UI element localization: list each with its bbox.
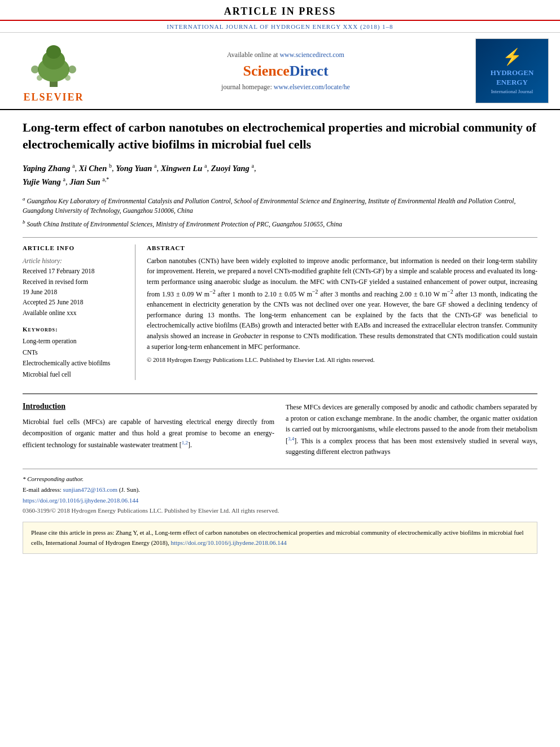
journal-homepage-text: journal homepage: www.elsevier.com/locat… [221, 83, 350, 91]
doi-line: https://doi.org/10.1016/j.ijhydene.2018.… [23, 495, 537, 506]
email-line: E-mail address: sunjian472@163.com (J. S… [23, 484, 537, 495]
author-yujie: Yujie Wang [23, 177, 61, 186]
abstract-heading: ABSTRACT [147, 244, 537, 251]
affil-a6: a,* [102, 176, 109, 182]
intro-right-text: These MFCs devices are generally compose… [286, 402, 537, 457]
elsevier-tree-icon [23, 38, 85, 89]
hydrogen-energy-cover: ⚡ HYDROGENENERGY International Journal [475, 38, 549, 103]
article-info-heading: ARTICLE INFO [23, 244, 126, 251]
abstract-col: ABSTRACT Carbon nanotubes (CNTs) have be… [147, 244, 537, 381]
sciencedirect-link[interactable]: www.sciencedirect.com [279, 51, 344, 59]
footnote-copyright: 0360-3199/© 2018 Hydrogen Energy Publica… [23, 505, 537, 516]
article-info-abstract: ARTICLE INFO Article history: Received 1… [23, 244, 537, 381]
available-online: Available online xxx [23, 308, 126, 318]
citation-text: Please cite this article in press as: Zh… [31, 529, 523, 546]
sciencedirect-title: ScienceDirect [243, 63, 328, 80]
affil-a3: a [204, 163, 207, 169]
affiliation-a: a Guangzhou Key Laboratory of Environmen… [23, 195, 537, 216]
citation-doi-link[interactable]: https://doi.org/10.1016/j.ijhydene.2018.… [171, 539, 287, 546]
keyword-4: Microbial fuel cell [23, 369, 126, 381]
authors-line: Yaping Zhang a, Xi Chen b, Yong Yuan a, … [23, 161, 537, 189]
journal-header-text: INTERNATIONAL JOURNAL OF HYDROGEN ENERGY… [167, 23, 393, 30]
affil-b1: b [109, 163, 112, 169]
svg-point-5 [68, 65, 76, 73]
author-xingwen: Xingwen Lu [161, 164, 203, 173]
author-zuoyi: Zuoyi Yang [211, 164, 250, 173]
author-yong: Yong Yuan [116, 164, 152, 173]
banner-text: ARTICLE IN PRESS [224, 6, 336, 17]
science-part: Science [243, 63, 289, 79]
affil-a5: a [63, 176, 65, 182]
affil-sup-a: a [23, 196, 25, 202]
author-yaping: Yaping Zhang [23, 164, 70, 173]
affil-a4: a [251, 163, 253, 169]
abstract-text: Carbon nanotubes (CNTs) have been widely… [147, 256, 537, 365]
intro-heading: Introduction [23, 402, 274, 411]
doi-link[interactable]: https://doi.org/10.1016/j.ijhydene.2018.… [23, 497, 138, 504]
citation-box: Please cite this article in press as: Zh… [23, 522, 537, 554]
direct-part: Direct [290, 63, 329, 79]
keyword-3: Electrochemically active biofilms [23, 358, 126, 369]
affil-a1: a [72, 163, 75, 169]
available-online-text: Available online at www.sciencedirect.co… [227, 51, 344, 59]
intro-left-text: Microbial fuel cells (MFCs) are capable … [23, 417, 274, 451]
revised-date: 19 June 2018 [23, 287, 126, 297]
main-content: Long-term effect of carbon nanotubes on … [0, 110, 560, 563]
affiliations: a Guangzhou Key Laboratory of Environmen… [23, 195, 537, 229]
affil-a2: a [154, 163, 156, 169]
top-section: ELSEVIER Available online at www.science… [0, 33, 560, 110]
hydrogen-energy-icon: ⚡ [502, 47, 522, 66]
keyword-2: CNTs [23, 347, 126, 359]
article-info-col: ARTICLE INFO Article history: Received 1… [23, 244, 135, 381]
corresponding-note: * Corresponding author. [23, 474, 537, 484]
divider-1 [23, 237, 537, 238]
keywords-heading: Keywords: [23, 326, 126, 333]
intro-left: Introduction Microbial fuel cells (MFCs)… [23, 402, 274, 457]
hydrogen-energy-title: HYDROGENENERGY [491, 68, 534, 88]
affiliation-b: b South China Institute of Environmental… [23, 219, 537, 229]
email-link[interactable]: sunjian472@163.com [63, 486, 117, 493]
journal-header-bar: INTERNATIONAL JOURNAL OF HYDROGEN ENERGY… [0, 21, 560, 33]
article-history: Article history: Received 17 February 20… [23, 256, 126, 318]
abstract-copyright: © 2018 Hydrogen Energy Publications LLC.… [147, 355, 537, 365]
affil-sup-b: b [23, 219, 25, 225]
svg-point-3 [46, 45, 61, 59]
paper-title: Long-term effect of carbon nanotubes on … [23, 119, 537, 152]
intro-two-col: Introduction Microbial fuel cells (MFCs)… [23, 402, 537, 457]
received-1: Received 17 February 2018 [23, 266, 126, 276]
received-revised-label: Received in revised form [23, 277, 126, 287]
svg-point-7 [65, 75, 71, 81]
keyword-1: Long-term operation [23, 336, 126, 347]
elsevier-brand: ELSEVIER [23, 91, 84, 103]
footnotes-section: * Corresponding author. E-mail address: … [23, 469, 537, 516]
svg-point-4 [31, 65, 39, 73]
introduction-section: Introduction Microbial fuel cells (MFCs)… [23, 394, 537, 457]
accepted: Accepted 25 June 2018 [23, 297, 126, 307]
author-xi: Xi Chen [79, 164, 107, 173]
keywords-list: Long-term operation CNTs Electrochemical… [23, 336, 126, 380]
journal-homepage-link[interactable]: www.elsevier.com/locate/he [274, 83, 350, 91]
article-in-press-banner: ARTICLE IN PRESS [0, 0, 560, 21]
elsevier-logo-box: ELSEVIER [11, 38, 96, 103]
keywords-section: Keywords: Long-term operation CNTs Elect… [23, 326, 126, 380]
intro-right: These MFCs devices are generally compose… [286, 402, 537, 457]
svg-point-6 [37, 75, 42, 81]
history-label: Article history: [23, 256, 126, 266]
author-jian: Jian Sun [69, 177, 100, 186]
hydrogen-energy-subtitle: International Journal [491, 89, 533, 94]
center-info: Available online at www.sciencedirect.co… [96, 38, 475, 103]
